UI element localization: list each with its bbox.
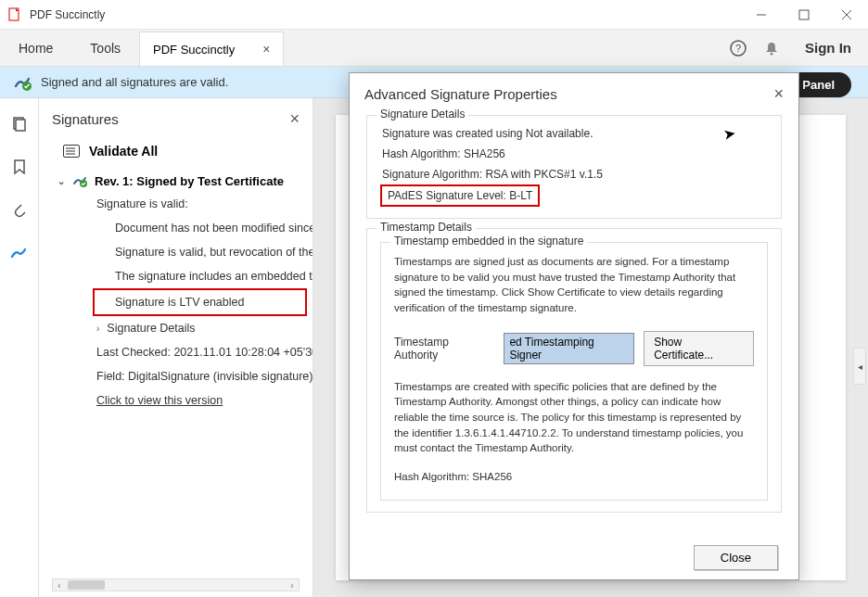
pdf-app-icon [7, 7, 22, 22]
svg-point-14 [80, 180, 87, 187]
svg-point-7 [771, 52, 773, 55]
close-window-button[interactable] [825, 0, 868, 30]
svg-rect-10 [16, 120, 25, 131]
sig-not-modified-line: Document has not been modified since thi [93, 216, 313, 240]
bell-icon[interactable] [755, 30, 788, 66]
scroll-thumb[interactable] [68, 580, 105, 590]
help-icon[interactable]: ? [721, 30, 755, 66]
timestamp-details-title: Timestamp Details [377, 221, 476, 234]
field-line: Field: DigitalSignature (invisible signa… [93, 364, 313, 388]
timestamp-hash-row: Hash Algorithm: SHA256 [394, 467, 754, 487]
window-controls [740, 0, 868, 30]
signatures-panel: Signatures × Validate All ⌄ Rev. 1: Sign… [39, 98, 313, 597]
left-rail [0, 98, 39, 597]
timestamp-details-group: Timestamp Details Timestamp embedded in … [366, 228, 782, 513]
signature-details-group-title: Signature Details [377, 108, 468, 121]
active-tab-label: PDF Succinctly [153, 43, 235, 57]
scroll-left-icon[interactable]: ‹ [53, 580, 66, 591]
signature-details-block: Signature is valid: Document has not bee… [39, 192, 313, 413]
sig-ltv-line: Signature is LTV enabled [93, 288, 307, 316]
timestamp-authority-row: Timestamp Authority ed Timestamping Sign… [394, 331, 754, 366]
sig-valid-line: Signature is valid: [93, 192, 313, 216]
chevron-down-icon: ⌄ [57, 176, 65, 186]
show-certificate-button[interactable]: Show Certificate... [644, 331, 754, 366]
revision-row[interactable]: ⌄ Rev. 1: Signed by Test Certificate [39, 170, 313, 192]
sig-algo-row: Signature Algorithm: RSA with PKCS#1 v.1… [380, 164, 768, 184]
attachment-icon[interactable] [10, 200, 29, 219]
timestamp-embedded-group: Timestamp embedded in the signature Time… [380, 242, 768, 501]
dialog-close-icon[interactable]: × [773, 84, 784, 104]
signature-details-group: Signature Details Signature was created … [366, 115, 782, 219]
timestamp-authority-value: ed Timestamping Signer [504, 333, 634, 364]
sig-created-row: Signature was created using Not availabl… [380, 123, 768, 144]
sign-in-button[interactable]: Sign In [788, 30, 868, 66]
timestamp-authority-label: Timestamp Authority [394, 336, 494, 362]
dialog-title: Advanced Signature Properties [364, 86, 773, 102]
pades-level-row: PAdES Signature Level: B-LT [380, 184, 540, 207]
timestamp-embedded-title: Timestamp embedded in the signature [390, 235, 587, 248]
signatures-panel-title: Signatures [52, 111, 289, 127]
sig-revocation-line: Signature is valid, but revocation of th… [93, 240, 313, 264]
revision-label: Rev. 1: Signed by Test Certificate [95, 174, 284, 188]
pages-icon[interactable] [10, 115, 29, 133]
svg-text:?: ? [735, 43, 741, 54]
click-view-version-link[interactable]: Click to view this version [93, 388, 313, 413]
signature-status-text: Signed and all signatures are valid. [41, 75, 228, 89]
validate-all-button[interactable]: Validate All [39, 138, 313, 170]
revision-sig-valid-icon [72, 173, 87, 188]
right-pane-toggle[interactable]: ◂ [853, 348, 866, 385]
hash-algo-row: Hash Algorithm: SHA256 [380, 144, 768, 164]
active-document-tab[interactable]: PDF Succinctly × [139, 32, 284, 66]
svg-rect-2 [799, 10, 809, 19]
panel-horizontal-scrollbar[interactable]: ‹ › [52, 578, 300, 591]
validate-icon [63, 145, 80, 158]
close-panel-icon[interactable]: × [289, 109, 300, 129]
advanced-signature-dialog: Advanced Signature Properties × ➤ Signat… [349, 72, 799, 580]
last-checked-line: Last Checked: 2021.11.01 10:28:04 +05'30… [93, 340, 313, 364]
bookmark-icon[interactable] [10, 158, 29, 176]
dialog-footer: Close [350, 536, 798, 579]
timestamp-para-1: Timestamps are signed just as documents … [394, 252, 754, 318]
scroll-right-icon[interactable]: › [286, 580, 299, 591]
close-tab-icon[interactable]: × [262, 42, 270, 57]
maximize-button[interactable] [783, 0, 825, 30]
main-toolbar: Home Tools PDF Succinctly × ? Sign In [0, 30, 868, 67]
chevron-right-icon: › [96, 324, 99, 334]
tab-tools[interactable]: Tools [71, 30, 139, 66]
signature-valid-icon [13, 73, 32, 92]
titlebar: PDF Succinctly [0, 0, 868, 30]
window-title: PDF Succinctly [30, 8, 740, 21]
minimize-button[interactable] [740, 0, 783, 30]
dialog-close-button[interactable]: Close [694, 545, 778, 570]
sig-embedded-ts-line: The signature includes an embedded times [93, 264, 313, 288]
tab-home[interactable]: Home [0, 30, 71, 66]
timestamp-para-2: Timestamps are created with specific pol… [394, 377, 754, 458]
signature-details-toggle[interactable]: ›Signature Details [93, 316, 313, 340]
signature-rail-icon[interactable] [10, 243, 29, 261]
